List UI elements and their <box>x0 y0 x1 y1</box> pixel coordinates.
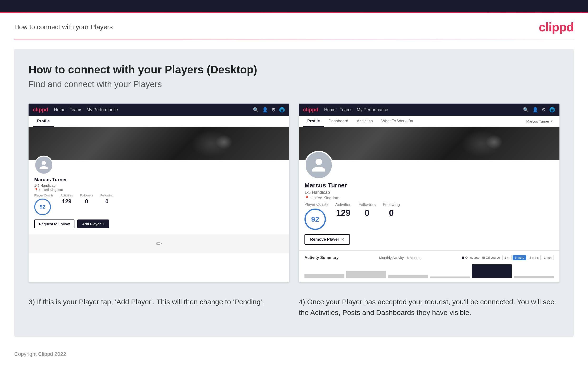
right-player-handicap: 1-5 Handicap <box>304 190 554 195</box>
time-btn-1yr[interactable]: 1 yr <box>502 255 512 260</box>
activity-header: Activity Summary Monthly Activity · 6 Mo… <box>304 255 554 260</box>
right-stat-activities: Activities 129 <box>335 202 351 218</box>
left-user-icon: 👤 <box>262 107 268 113</box>
left-avatar <box>34 156 53 175</box>
user-dropdown[interactable]: Marcus Turner <box>526 119 549 123</box>
left-hero-overlay <box>28 127 289 160</box>
captions-row: 3) If this is your Player tap, 'Add Play… <box>28 296 560 318</box>
caption-right-text: 4) Once your Player has accepted your re… <box>299 296 560 318</box>
time-btn-3mths[interactable]: 3 mths <box>527 255 541 260</box>
left-navbar: clippd Home Teams My Performance 🔍 👤 ⚙ 🌐 <box>28 104 289 116</box>
left-nav-performance: My Performance <box>86 107 118 112</box>
left-avatar-icon <box>39 160 49 170</box>
chart-bar-2 <box>346 271 386 278</box>
right-navbar: clippd Home Teams My Performance 🔍 👤 ⚙ 🌐 <box>299 104 560 116</box>
left-followers-value: 0 <box>85 198 88 205</box>
left-activities-label: Activities <box>61 194 73 197</box>
left-nav-icons: 🔍 👤 ⚙ 🌐 <box>253 107 285 113</box>
left-player-handicap: 1-5 Handicap <box>34 184 284 187</box>
left-following-label: Following <box>100 194 113 197</box>
activity-chart <box>304 264 554 278</box>
right-nav-performance: My Performance <box>357 107 388 112</box>
right-tabs: Profile Dashboard Activities What To Wor… <box>299 116 560 127</box>
legend-off-dot <box>482 257 485 259</box>
time-btn-1mth[interactable]: 1 mth <box>542 255 554 260</box>
left-settings-icon: ⚙ <box>271 107 276 113</box>
remove-x-icon: ✕ <box>341 237 344 242</box>
left-following-value: 0 <box>105 198 108 205</box>
chart-bar-3 <box>388 275 428 278</box>
left-bottom-area: ✏ <box>28 234 289 253</box>
right-tab-dashboard[interactable]: Dashboard <box>324 116 353 127</box>
left-quality-circle: 92 <box>34 199 51 215</box>
right-profile-area: Marcus Turner 1-5 Handicap 📍 United King… <box>299 160 560 250</box>
legend-on-dot <box>462 257 464 259</box>
pen-icon: ✏ <box>156 239 162 248</box>
right-stat-following: Following 0 <box>383 202 400 218</box>
chart-bar-4 <box>430 276 470 278</box>
caption-left-text: 3) If this is your Player tap, 'Add Play… <box>28 296 289 307</box>
right-activities-label: Activities <box>335 202 351 207</box>
left-profile-area: Marcus Turner 1-5 Handicap 📍 United King… <box>28 160 289 234</box>
right-player-info: Marcus Turner 1-5 Handicap 📍 United King… <box>304 182 554 200</box>
right-hero-overlay <box>299 127 560 160</box>
activity-title: Activity Summary <box>304 255 339 260</box>
right-globe-icon: 🌐 <box>549 107 555 113</box>
left-player-name: Marcus Turner <box>34 177 284 183</box>
top-bar <box>0 0 588 12</box>
right-action-buttons: Remove Player ✕ <box>304 234 554 245</box>
left-stat-followers: Followers 0 <box>80 194 93 205</box>
left-tab-profile[interactable]: Profile <box>33 116 54 127</box>
left-hero-image <box>28 127 289 160</box>
main-content: How to connect with your Players (Deskto… <box>14 49 574 337</box>
time-btn-6mths[interactable]: 6 mths <box>513 255 526 260</box>
page-header: How to connect with your Players clippd <box>0 13 588 39</box>
right-tab-profile[interactable]: Profile <box>303 116 324 127</box>
left-stat-following: Following 0 <box>100 194 113 205</box>
right-stat-followers: Followers 0 <box>358 202 376 218</box>
left-search-icon: 🔍 <box>253 107 259 113</box>
chart-bar-6 <box>514 276 554 278</box>
screenshots-row: clippd Home Teams My Performance 🔍 👤 ⚙ 🌐… <box>28 104 560 282</box>
right-stats-container: Player Quality 92 Activities 129 Followe… <box>304 202 554 230</box>
left-nav-teams: Teams <box>70 107 82 112</box>
remove-player-button[interactable]: Remove Player ✕ <box>304 234 350 245</box>
caption-right: 4) Once your Player has accepted your re… <box>299 296 560 318</box>
screenshot-right: clippd Home Teams My Performance 🔍 👤 ⚙ 🌐… <box>299 104 560 282</box>
left-action-buttons: Request to Follow Add Player + <box>34 219 284 228</box>
right-player-name: Marcus Turner <box>304 182 554 189</box>
right-hero-image <box>299 127 560 160</box>
left-player-location: 📍 United Kingdom <box>34 188 284 192</box>
left-stats-container: Player Quality 92 Activities 129 Followe… <box>34 194 284 215</box>
left-nav-links: Home Teams My Performance <box>54 107 247 112</box>
right-nav-teams: Teams <box>340 107 353 112</box>
right-player-location: 📍 United Kingdom <box>304 195 554 200</box>
chart-bar-1 <box>304 274 345 278</box>
request-follow-button[interactable]: Request to Follow <box>34 219 74 228</box>
right-user-icon: 👤 <box>532 107 538 113</box>
location-pin-icon: 📍 <box>34 188 38 192</box>
clippd-logo: clippd <box>539 20 574 34</box>
left-globe-icon: 🌐 <box>279 107 285 113</box>
right-activities-value: 129 <box>336 208 350 218</box>
right-location-pin-icon: 📍 <box>304 196 310 200</box>
left-quality-value: 92 <box>40 204 45 210</box>
left-followers-label: Followers <box>80 194 93 197</box>
section-title: How to connect with your Players (Deskto… <box>28 63 560 76</box>
right-following-value: 0 <box>389 208 394 218</box>
right-settings-icon: ⚙ <box>542 107 546 113</box>
right-avatar-icon <box>311 157 327 173</box>
left-quality-group: Player Quality 92 <box>34 194 53 215</box>
right-avatar <box>304 151 333 179</box>
left-stat-activities: Activities 129 <box>61 194 73 205</box>
right-nav-icons: 🔍 👤 ⚙ 🌐 <box>523 107 555 113</box>
legend-off-course: Off course <box>482 256 500 259</box>
right-nav-logo: clippd <box>303 107 319 113</box>
user-dropdown-chevron: ▼ <box>550 119 553 123</box>
right-tab-activities[interactable]: Activities <box>353 116 377 127</box>
chart-bar-5 <box>472 264 512 278</box>
right-tab-what-to-work[interactable]: What To Work On <box>377 116 417 127</box>
add-player-button[interactable]: Add Player + <box>77 219 109 228</box>
right-activity-summary: Activity Summary Monthly Activity · 6 Mo… <box>299 250 560 282</box>
right-quality-label: Player Quality <box>304 202 328 207</box>
